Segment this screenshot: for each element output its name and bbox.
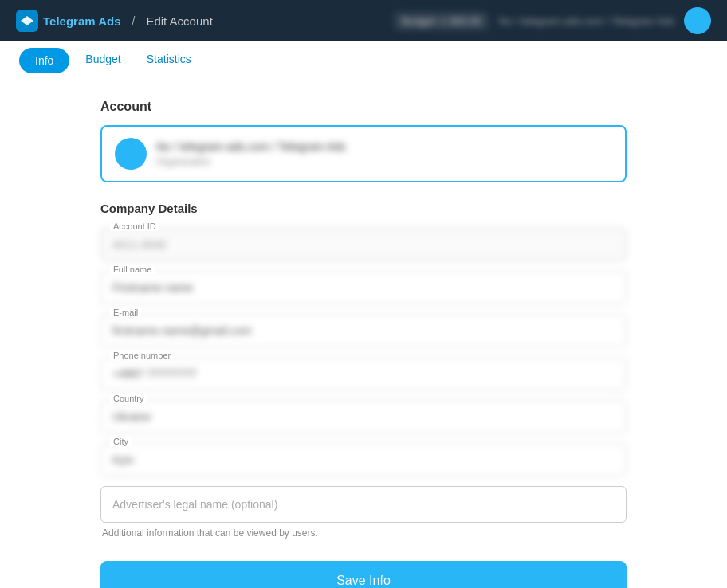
logo[interactable]: Telegram Ads (16, 10, 121, 32)
country-wrapper: Country (100, 400, 627, 433)
account-id-input[interactable] (100, 228, 627, 261)
account-id-label: Account ID (110, 221, 159, 231)
email-wrapper: E-mail (100, 314, 627, 347)
top-navigation: Telegram Ads / Edit Account Budget: 1 00… (0, 0, 727, 41)
phone-input[interactable] (100, 357, 627, 390)
city-input[interactable] (100, 443, 627, 476)
tab-budget[interactable]: Budget (73, 41, 133, 80)
helper-text: Additional information that can be viewe… (100, 527, 627, 539)
account-id-wrapper: Account ID (100, 228, 627, 261)
budget-display: Budget: 1 000.00 (394, 12, 489, 30)
full-name-wrapper: Full name (100, 271, 627, 304)
tab-statistics[interactable]: Statistics (134, 41, 204, 80)
company-details-form: Account ID Full name E-mail Phone number… (100, 228, 627, 476)
city-wrapper: City (100, 443, 627, 476)
tab-info[interactable]: Info (19, 48, 69, 73)
email-input[interactable] (100, 314, 627, 347)
main-content: Account No / telegram-ads.com / Telegram… (84, 80, 643, 588)
account-card-info: No / telegram-ads.com / Telegram Ads Org… (156, 140, 346, 167)
country-input[interactable] (100, 400, 627, 433)
account-display: No / telegram-ads.com / Telegram Ads (498, 15, 674, 27)
nav-right: Budget: 1 000.00 No / telegram-ads.com /… (394, 7, 711, 34)
account-section-title: Account (100, 100, 627, 114)
account-card[interactable]: No / telegram-ads.com / Telegram Ads Org… (100, 125, 627, 182)
phone-label: Phone number (110, 351, 174, 360)
city-label: City (110, 437, 132, 446)
full-name-label: Full name (110, 265, 155, 274)
legal-name-input[interactable] (100, 486, 627, 523)
account-avatar (115, 138, 147, 170)
page-title: Edit Account (146, 14, 212, 28)
nav-left: Telegram Ads / Edit Account (16, 10, 213, 32)
country-label: Country (110, 394, 147, 403)
email-label: E-mail (110, 308, 141, 317)
save-info-button[interactable]: Save Info (100, 561, 627, 588)
tab-bar: Info Budget Statistics (0, 41, 727, 80)
brand-name: Telegram Ads (43, 14, 121, 28)
telegram-ads-icon (16, 10, 38, 32)
account-card-org: Organization (156, 156, 346, 167)
legal-name-wrapper (100, 486, 627, 523)
avatar[interactable] (684, 7, 711, 34)
account-card-name: No / telegram-ads.com / Telegram Ads (156, 140, 346, 153)
full-name-input[interactable] (100, 271, 627, 304)
phone-wrapper: Phone number (100, 357, 627, 390)
company-details-title: Company Details (100, 202, 627, 215)
breadcrumb-separator: / (132, 14, 136, 27)
